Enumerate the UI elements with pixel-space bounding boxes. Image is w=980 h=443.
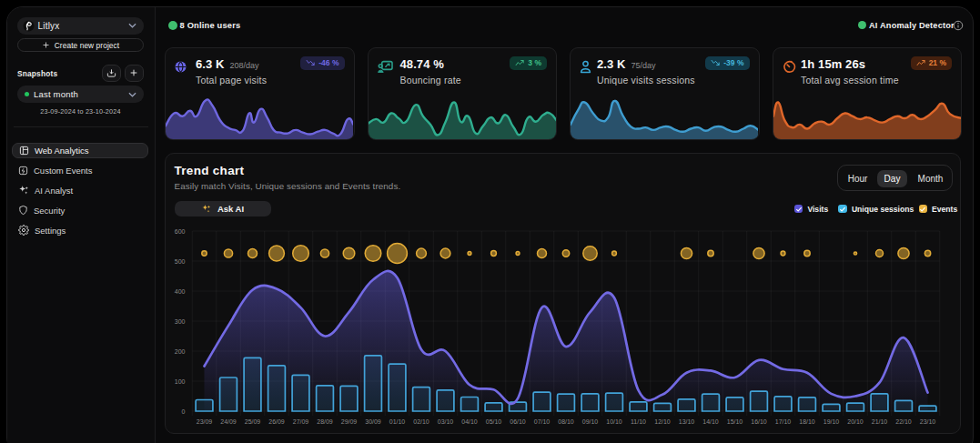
- svg-text:21/10: 21/10: [872, 418, 888, 425]
- svg-text:25/09: 25/09: [245, 418, 261, 425]
- svg-text:05/10: 05/10: [486, 418, 502, 425]
- svg-text:300: 300: [175, 318, 186, 325]
- svg-text:26/09: 26/09: [268, 418, 285, 425]
- svg-text:20/10: 20/10: [847, 418, 864, 425]
- svg-text:100: 100: [175, 378, 186, 385]
- svg-text:600: 600: [175, 228, 186, 235]
- svg-text:11/10: 11/10: [631, 418, 646, 425]
- svg-text:28/09: 28/09: [317, 418, 333, 425]
- svg-text:27/09: 27/09: [293, 418, 309, 425]
- svg-text:17/10: 17/10: [775, 418, 792, 425]
- svg-text:12/10: 12/10: [654, 418, 671, 425]
- svg-text:14/10: 14/10: [702, 418, 719, 425]
- svg-text:03/10: 03/10: [438, 418, 454, 425]
- svg-text:08/10: 08/10: [558, 418, 574, 425]
- svg-text:0: 0: [182, 408, 186, 415]
- svg-text:15/10: 15/10: [727, 418, 743, 425]
- svg-text:24/09: 24/09: [220, 418, 237, 425]
- svg-text:02/10: 02/10: [413, 418, 429, 425]
- svg-text:04/10: 04/10: [461, 418, 478, 425]
- svg-text:01/10: 01/10: [389, 418, 406, 425]
- svg-text:19/10: 19/10: [823, 418, 840, 425]
- svg-text:10/10: 10/10: [606, 418, 622, 425]
- svg-text:22/10: 22/10: [895, 418, 912, 425]
- svg-text:400: 400: [175, 288, 186, 295]
- svg-text:13/10: 13/10: [679, 418, 695, 425]
- svg-text:06/10: 06/10: [510, 418, 526, 425]
- svg-text:23/09: 23/09: [197, 418, 213, 425]
- svg-text:23/10: 23/10: [920, 418, 936, 425]
- svg-text:16/10: 16/10: [751, 418, 767, 425]
- svg-text:500: 500: [175, 258, 186, 265]
- svg-text:30/09: 30/09: [365, 418, 381, 425]
- svg-text:07/10: 07/10: [534, 418, 551, 425]
- svg-text:200: 200: [175, 348, 186, 355]
- svg-text:18/10: 18/10: [799, 418, 815, 425]
- svg-text:29/09: 29/09: [341, 418, 358, 425]
- svg-text:09/10: 09/10: [582, 418, 599, 425]
